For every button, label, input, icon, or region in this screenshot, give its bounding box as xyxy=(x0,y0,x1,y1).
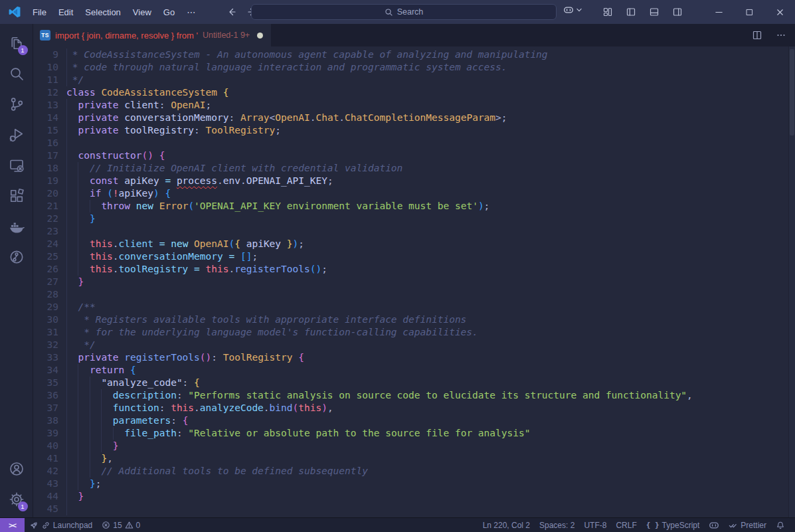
menu-selection[interactable]: Selection xyxy=(79,5,126,20)
status-cursor-position[interactable]: Ln 220, Col 2 xyxy=(478,518,535,532)
line-number[interactable]: 19 xyxy=(33,175,66,187)
line-number[interactable]: 39 xyxy=(33,427,66,440)
editor-tab[interactable]: TS import { join, dirname, resolve } fro… xyxy=(33,24,271,46)
line-number[interactable]: 12 xyxy=(33,86,66,99)
activity-search[interactable] xyxy=(1,58,33,89)
remote-indicator[interactable]: >< xyxy=(0,518,25,532)
line-content: private registerTools(): ToolRegistry { xyxy=(66,351,788,364)
copilot-icon xyxy=(709,520,719,531)
activity-extensions[interactable] xyxy=(1,181,33,211)
indent-guide xyxy=(78,440,78,452)
activity-source-control[interactable] xyxy=(1,89,33,120)
line-number[interactable]: 31 xyxy=(33,326,66,339)
code-line-10: 10 * code through natural language inter… xyxy=(33,61,788,74)
code-line-40: 40 } xyxy=(33,440,788,452)
menu-file[interactable]: File xyxy=(27,5,52,20)
command-center-search[interactable]: Search xyxy=(251,4,557,20)
line-number[interactable]: 22 xyxy=(33,213,66,225)
line-number[interactable]: 37 xyxy=(33,402,66,414)
line-number[interactable]: 43 xyxy=(33,478,66,490)
line-number[interactable]: 36 xyxy=(33,389,66,402)
code-line-43: 43 }; xyxy=(33,478,788,490)
activity-docker[interactable] xyxy=(1,211,33,242)
line-content: private client: OpenAI; xyxy=(66,99,788,112)
code-editor[interactable]: 9 * CodeAssistanceSystem - An autonomous… xyxy=(33,46,795,517)
line-number[interactable]: 14 xyxy=(33,112,66,124)
indent-guide xyxy=(78,478,78,490)
line-number[interactable]: 27 xyxy=(33,276,66,288)
activity-run-debug[interactable] xyxy=(1,120,33,150)
line-number[interactable]: 17 xyxy=(33,149,66,162)
line-number[interactable]: 9 xyxy=(33,48,66,61)
activity-accounts[interactable] xyxy=(1,454,33,484)
line-number[interactable]: 42 xyxy=(33,465,66,478)
activity-git-graph[interactable] xyxy=(1,242,33,272)
line-number[interactable]: 34 xyxy=(33,364,66,377)
scrollbar-thumb[interactable] xyxy=(790,49,794,135)
status-formatter-prettier[interactable]: Prettier xyxy=(724,518,771,532)
menu-overflow[interactable]: ⋯ xyxy=(181,5,201,20)
line-number[interactable]: 25 xyxy=(33,250,66,263)
line-number[interactable]: 18 xyxy=(33,162,66,175)
toggle-primary-sidebar-button[interactable] xyxy=(622,3,640,21)
code-line-23: 23 xyxy=(33,225,788,238)
line-number[interactable]: 20 xyxy=(33,187,66,200)
line-number[interactable]: 45 xyxy=(33,503,66,515)
line-number[interactable]: 16 xyxy=(33,137,66,149)
status-indentation[interactable]: Spaces: 2 xyxy=(535,518,579,532)
line-number[interactable]: 30 xyxy=(33,313,66,326)
modified-indicator-dot[interactable] xyxy=(257,33,263,39)
braces-icon: { } xyxy=(646,521,660,529)
menu-view[interactable]: View xyxy=(127,5,157,20)
status-bar: >< Launchpad 150 Ln 220, Col 2Spaces: 2U… xyxy=(0,517,795,532)
problems-status-item[interactable]: 150 xyxy=(97,518,145,532)
launchpad-status-item[interactable]: Launchpad xyxy=(25,518,97,532)
line-number[interactable]: 29 xyxy=(33,301,66,313)
line-number[interactable]: 26 xyxy=(33,263,66,276)
line-number[interactable]: 41 xyxy=(33,452,66,465)
status-eol-sequence[interactable]: CRLF xyxy=(611,518,641,532)
line-number[interactable]: 15 xyxy=(33,124,66,137)
split-editor-button[interactable] xyxy=(749,27,766,44)
more-actions-icon xyxy=(776,30,786,41)
activity-settings[interactable]: 1 xyxy=(1,484,33,515)
line-number[interactable]: 21 xyxy=(33,200,66,213)
line-number[interactable]: 33 xyxy=(33,351,66,364)
close-button[interactable] xyxy=(764,0,795,24)
run-debug-icon xyxy=(9,127,25,143)
more-actions-button[interactable] xyxy=(772,27,790,44)
indent-guide xyxy=(66,48,67,61)
line-number[interactable]: 44 xyxy=(33,490,66,503)
maximize-button[interactable] xyxy=(734,0,764,24)
toggle-secondary-sidebar-button[interactable] xyxy=(669,3,686,21)
line-content: return { xyxy=(66,364,788,377)
status-notifications[interactable] xyxy=(771,518,790,532)
editor-scrollbar[interactable] xyxy=(788,46,795,517)
tab-actions xyxy=(749,24,790,46)
line-number[interactable]: 10 xyxy=(33,61,66,74)
line-number[interactable]: 13 xyxy=(33,99,66,112)
status-copilot-status[interactable] xyxy=(704,518,724,532)
status-language-mode[interactable]: { }TypeScript xyxy=(642,518,705,532)
line-number[interactable]: 23 xyxy=(33,225,66,238)
line-number[interactable]: 24 xyxy=(33,238,66,250)
minimize-button[interactable] xyxy=(703,0,734,24)
menu-edit[interactable]: Edit xyxy=(52,5,79,20)
copilot-menu-button[interactable] xyxy=(563,5,582,15)
arrow-left-button[interactable] xyxy=(224,5,238,19)
line-number[interactable]: 11 xyxy=(33,74,66,86)
line-number[interactable]: 32 xyxy=(33,339,66,351)
line-number[interactable]: 28 xyxy=(33,288,66,301)
indent-guide xyxy=(78,427,78,440)
activity-explorer[interactable]: 1 xyxy=(1,28,33,58)
indent-guide xyxy=(101,427,102,440)
toggle-panel-button[interactable] xyxy=(646,3,663,21)
line-number[interactable]: 35 xyxy=(33,377,66,389)
accounts-icon xyxy=(9,461,25,477)
menu-go[interactable]: Go xyxy=(157,5,181,20)
customize-layout-button[interactable] xyxy=(599,3,616,21)
activity-remote-explorer[interactable] xyxy=(1,150,33,181)
status-encoding[interactable]: UTF-8 xyxy=(579,518,611,532)
line-number[interactable]: 38 xyxy=(33,414,66,427)
line-number[interactable]: 40 xyxy=(33,440,66,452)
